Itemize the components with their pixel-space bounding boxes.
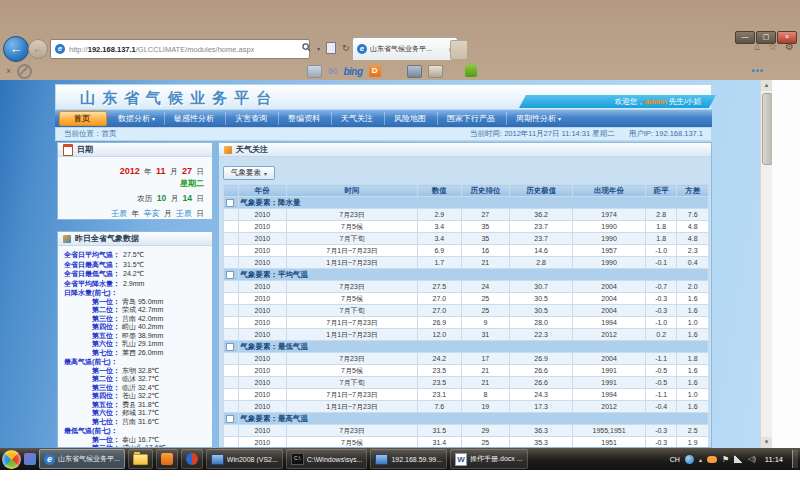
table-row: 20107月23日2.927 36.219742.87.6 (224, 209, 709, 221)
d-plugin-icon[interactable]: D (369, 65, 381, 77)
weather-watch-icon (224, 146, 232, 154)
ranking-item: 第六位：乳山 29.1mm (64, 340, 208, 349)
start-button[interactable] (2, 450, 21, 469)
blocked-icon (17, 64, 32, 79)
taskbar-media-app-button[interactable] (181, 449, 203, 469)
ranking-item: 第六位：郯城 31.7℃ (64, 409, 208, 418)
remote-desktop-icon (375, 454, 388, 465)
bing-logo[interactable]: bing (343, 66, 362, 77)
section-checkbox[interactable] (226, 415, 234, 423)
speaker-icon[interactable]: ◁) (748, 455, 756, 463)
welcome-text: 欢迎您，admin 先生/小姐 (615, 97, 701, 107)
hidden-icons-caret[interactable]: ▴ (699, 456, 702, 463)
ranking-group-heading: 最低气温(前七)： (64, 427, 208, 436)
language-indicator[interactable]: CH (670, 456, 680, 463)
show-desktop-button[interactable] (792, 450, 798, 468)
stat-line: 全省平均降水量：2.9mm (64, 279, 208, 289)
ranking-item: 第四位：苍山 32.2℃ (64, 392, 208, 401)
home-icon[interactable]: ⌂ (754, 41, 760, 52)
page-scrollbar[interactable]: ▲ ▼ (760, 80, 772, 448)
nav-item[interactable]: 天气关注 (331, 112, 384, 125)
section-header-row: 气象要素：最低气温 (224, 341, 709, 353)
table-row: 20101月1日~7月23日7.619 17.32012-0.41.6 (224, 401, 709, 413)
favorites-star-icon[interactable]: ☆ (768, 41, 777, 52)
section-header-row: 气象要素：平均气温 (224, 269, 709, 281)
nav-item[interactable]: 国家下行产品 (437, 112, 506, 125)
ranking-item: 第七位：莒南 31.6℃ (64, 418, 208, 427)
word-doc-icon: W (455, 453, 467, 466)
taskbar-remote-window[interactable]: 192.168.59.99... (370, 449, 447, 469)
table-row: 20107月5候27.025 30.52004-0.31.6 (224, 293, 709, 305)
forward-button[interactable]: ← (28, 39, 48, 59)
tools-gear-icon[interactable]: ⚙ (785, 41, 794, 52)
toolbar-plugin-icon[interactable] (428, 65, 443, 78)
bottom-margin (0, 470, 800, 500)
weather-watch-title: 天气关注 (236, 144, 268, 155)
section-checkbox[interactable] (226, 199, 234, 207)
nav-item[interactable]: 数据分析▾ (109, 112, 164, 125)
back-button[interactable]: ← (3, 36, 29, 62)
tab-title: 山东省气候业务平... (370, 44, 445, 54)
taskbar-cmd-window[interactable]: C:\ C:\Windows\sys... (286, 449, 368, 469)
addon-toolbar: × ✉ bing D ••• (0, 62, 800, 80)
weather-table: 年份 时间 数值 历史排位 历史极值 出现年份 距平 方差 (223, 184, 709, 448)
ie-icon: e (44, 454, 55, 465)
snapshot-icon[interactable] (407, 65, 422, 78)
taskbar-explorer-button[interactable] (128, 449, 153, 469)
taskbar-ie-window[interactable]: e 山东省气候业务平... (39, 449, 125, 469)
taskbar: e 山东省气候业务平... Win2008 (VS2... C:\ C:\Win… (0, 448, 800, 470)
scroll-up-icon[interactable]: ▲ (761, 80, 772, 91)
element-dropdown-button[interactable]: 气象要素▾ (223, 166, 275, 180)
address-bar[interactable]: e http://192.168.137.1/GLCCLIMATE/module… (50, 39, 310, 59)
ranking-groups: 日降水量(前七)： 第一位：青岛 95.0mm 第二位：荣成 42.7mm 第三… (64, 289, 208, 448)
refresh-icon[interactable]: ↻ (342, 43, 350, 53)
weather-watch-panel: 天气关注 气象要素▾ 年份 (218, 142, 712, 448)
nav-item[interactable]: 灾害查询 (225, 112, 278, 125)
nav-item[interactable]: 敏感性分析 (164, 112, 225, 125)
taskbar-clock[interactable]: 11:14 (761, 455, 787, 464)
new-tab-button[interactable] (450, 40, 468, 60)
stat-line: 全省日最低气温：24.2℃ (64, 269, 208, 279)
table-row: 20107月1日~7月23日6.916 14.61957-1.02.3 (224, 245, 709, 257)
checkbox-column-header (224, 185, 239, 197)
folder-icon (133, 454, 148, 465)
nav-item[interactable]: 首页 (59, 111, 107, 126)
section-checkbox[interactable] (226, 343, 234, 351)
search-icon[interactable] (302, 43, 311, 54)
taskbar-pinned-icon[interactable] (24, 453, 36, 465)
browser-tab[interactable]: e 山东省气候业务平... × (352, 37, 458, 60)
breadcrumb: 当前位置：首页 (64, 129, 117, 139)
tray-cloud-icon[interactable] (707, 456, 717, 463)
cards-icon[interactable] (307, 65, 322, 78)
chevron-down-icon: ▾ (152, 116, 155, 122)
user-ip: 用户IP: 192.168.137.1 (629, 129, 703, 139)
breadcrumb-bar: 当前位置：首页 当前时间: 2012年11月27日 11:14:31 星期二 用… (55, 127, 712, 141)
table-section: 气象要素：降水量 20107月23日2.927 36.219742.87.6 (224, 197, 709, 269)
table-row: 20107月23日24.217 26.92004-1.11.8 (224, 353, 709, 365)
toolbar-close-icon[interactable]: × (6, 66, 11, 76)
taskbar-win2008-window[interactable]: Win2008 (VS2... (206, 449, 283, 469)
search-caret-icon[interactable]: ▾ (317, 45, 320, 52)
nav-item[interactable]: 周期性分析▾ (506, 112, 570, 125)
ranking-group-heading: 日降水量(前七)： (64, 289, 208, 298)
ranking-group: 最低气温(前七)： 第一位：泰山 16.7℃ 第二位：成山头 17.6℃ 第三位… (64, 427, 208, 448)
orange-app-icon (161, 453, 173, 465)
network-icon[interactable] (734, 455, 743, 463)
nav-item[interactable]: 风险地图 (384, 112, 437, 125)
compatibility-icon[interactable] (326, 42, 336, 54)
table-row: 20101月1日~7月23日1.721 2.81990-0.10.4 (224, 257, 709, 269)
screen: — ▢ × ← ← e http://192.168.137.1/GLCCLIM… (0, 0, 800, 500)
scroll-down-icon[interactable]: ▼ (761, 437, 772, 448)
action-center-flag-icon[interactable]: ⚑ (722, 455, 729, 464)
ie-favicon: e (55, 44, 65, 54)
taskbar-orange-app-button[interactable] (156, 449, 178, 469)
more-options-icon[interactable]: ••• (752, 66, 764, 76)
tray-app-icon[interactable] (685, 455, 694, 464)
mail-icon[interactable]: ✉ (328, 65, 337, 78)
nav-item[interactable]: 整编资料 (278, 112, 331, 125)
calendar-icon (63, 144, 73, 156)
taskbar-docx-window[interactable]: W 操作手册.docx ... (450, 449, 528, 469)
ranking-group: 最高气温(前七)： 第一位：东明 32.8℃ 第二位：临沭 32.7℃ 第三位：… (64, 358, 208, 426)
puzzle-addon-icon[interactable] (465, 65, 477, 77)
section-checkbox[interactable] (226, 271, 234, 279)
